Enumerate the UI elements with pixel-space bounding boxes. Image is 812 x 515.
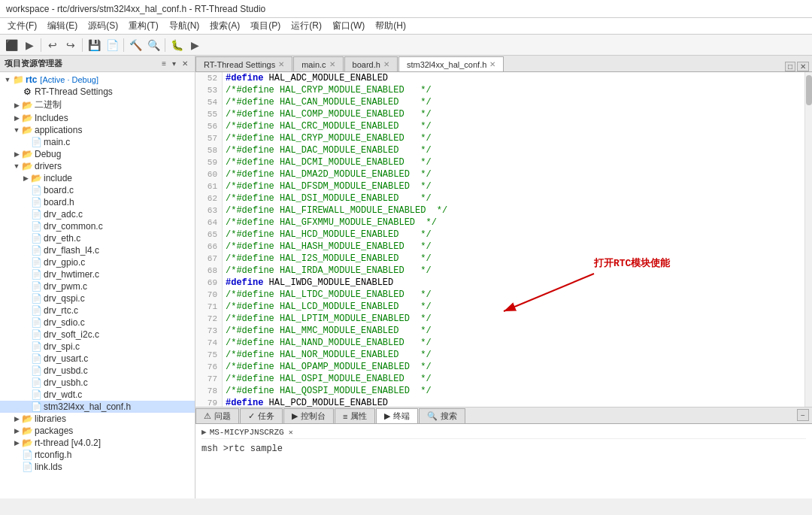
tree-icon: 📄 [30,329,42,340]
terminal-content[interactable]: ▶ MS-MICYPJNSCRZG ✕ msh >rtc sample [195,424,812,498]
menu-item-重构(T)[interactable]: 重构(T) [124,18,162,34]
tree-label-drv-pwm-c: drv_pwm.c [44,281,87,292]
editor-tab-close-btn[interactable]: ✕ [329,60,335,68]
tree-item-drv-pwm-c[interactable]: 📄drv_pwm.c [0,280,195,292]
tree-item-applications[interactable]: ▼📂applications [0,124,195,136]
tree-item-drv-gpio-c[interactable]: 📄drv_gpio.c [0,256,195,268]
menu-item-文件(F)[interactable]: 文件(F) [3,18,41,34]
toolbar-btn-8[interactable]: 🔍 [145,37,162,53]
tree-item-includes[interactable]: ▶📂Includes [0,112,195,124]
define-keyword: #define [226,277,263,289]
editor-minimize-btn[interactable]: □ [785,62,795,71]
code-line-53: /*#define HAL_CRYP_MODULE_ENABLED */ [226,84,801,96]
toolbar-sep-4 [165,38,165,52]
editor-tab-stm32l4xx-hal-conf-h[interactable]: stm32l4xx_hal_conf.h✕ [398,56,504,71]
tree-item-board-h[interactable]: 📄board.h [0,196,195,208]
tree-label-rtconfig-h: rtconfig.h [35,450,71,460]
tree-item-debug[interactable]: ▶📂Debug [0,148,195,160]
menu-item-窗口(W)[interactable]: 窗口(W) [328,18,369,34]
sidebar-close-btn[interactable]: ✕ [180,59,190,68]
menu-item-编辑(E)[interactable]: 编辑(E) [43,18,82,34]
tree-item-link-lds[interactable]: 📄link.lds [0,461,195,473]
tree-item-drv-qspi-c[interactable]: 📄drv_qspi.c [0,292,195,304]
toolbar-btn-3[interactable]: ↩ [44,37,61,53]
tree-item-binaries[interactable]: ▶📂二进制 [0,98,195,112]
editor-tab-close-btn[interactable]: ✕ [489,60,495,68]
code-area[interactable]: 打开RTC模块使能 #define HAL_ADC_MODULE_ENABLE [223,72,804,407]
menu-item-项目(P)[interactable]: 项目(P) [246,18,285,34]
bottom-tab-属性[interactable]: ≡属性 [335,408,375,423]
menu-item-运行(R)[interactable]: 运行(R) [286,18,326,34]
toolbar-btn-4[interactable]: ↪ [62,37,79,53]
tree-item-drv-usbh-c[interactable]: 📄drv_usbh.c [0,377,195,389]
tree-icon: 📄 [30,269,42,280]
tree-item-drv-usbd-c[interactable]: 📄drv_usbd.c [0,365,195,377]
code-line-61: /*#define HAL_DFSDM_MODULE_ENABLED */ [226,180,801,192]
tree-item-drv-adc-c[interactable]: 📄drv_adc.c [0,208,195,220]
menu-item-帮助(H)[interactable]: 帮助(H) [371,18,411,34]
tree-item-drv-spi-c[interactable]: 📄drv_spi.c [0,341,195,353]
editor-tab-board-h[interactable]: board.h✕ [344,56,398,71]
tree-item-packages[interactable]: ▶📂packages [0,425,195,437]
code-line-76: /*#define HAL_OPAMP_MODULE_ENABLED */ [226,361,801,373]
tree-item-drv-hwtimer-c[interactable]: 📄drv_hwtimer.c [0,268,195,280]
sidebar-header: 项目资源管理器 ≡ ▾ ✕ [0,56,195,72]
tree-item-rtc[interactable]: ▼📁rtc[Active · Debug] [0,74,195,86]
tree-item-rt-thread[interactable]: ▶📂rt-thread [v4.0.2] [0,437,195,449]
bottom-tab-终端[interactable]: ▶终端 [376,408,418,423]
editor-tab-close-btn[interactable]: ✕ [383,60,389,68]
terminal-session-bar: ▶ MS-MICYPJNSCRZG ✕ [201,427,806,439]
tree-item-drv-rtc-c[interactable]: 📄drv_rtc.c [0,304,195,317]
code-line-54: /*#define HAL_CAN_MODULE_ENABLED */ [226,96,801,108]
menu-item-搜索(A)[interactable]: 搜索(A) [205,18,244,34]
sidebar-menu-btn[interactable]: ▾ [170,59,178,68]
tree-item-rt-thread-settings[interactable]: ⚙RT-Thread Settings [0,86,195,98]
tree-item-board-c[interactable]: 📄board.c [0,184,195,196]
editor-close-btn[interactable]: ✕ [797,62,809,71]
tree-item-drv-wdt-c[interactable]: 📄drv_wdt.c [0,389,195,401]
bottom-panel-minimize[interactable]: − [797,409,809,421]
tree-icon: 📄 [30,317,42,328]
tree-item-stm32l4xx-hal-conf-h[interactable]: 📄stm32l4xx_hal_conf.h [0,401,195,413]
bottom-tab-搜索[interactable]: 🔍搜索 [419,408,465,423]
code-line-63: /*#define HAL_FIREWALL_MODULE_ENABLED */ [226,204,801,217]
tree-item-drv-eth-c[interactable]: 📄drv_eth.c [0,232,195,244]
toolbar-btn-5[interactable]: 💾 [86,37,102,53]
tree-item-drv-soft-i2c-c[interactable]: 📄drv_soft_i2c.c [0,329,195,341]
toolbar-btn-1[interactable]: ⬛ [3,37,20,53]
toolbar-btn-6[interactable]: 📄 [104,37,120,53]
toolbar-btn-run[interactable]: ▶ [186,37,203,53]
line-number-69: 69 [195,277,222,289]
editor-tab-RT-Thread-Settings[interactable]: RT-Thread Settings✕ [195,56,292,71]
code-line-72: /*#define HAL_LPTIM_MODULE_ENABLED */ [226,313,801,325]
menu-item-源码(S)[interactable]: 源码(S) [83,18,123,34]
tree-item-include[interactable]: ▶📂include [0,172,195,184]
code-line-74: /*#define HAL_NAND_MODULE_ENABLED */ [226,337,801,349]
tree-item-libraries[interactable]: ▶📂libraries [0,413,195,425]
line-number-62: 62 [195,192,222,204]
bottom-tab-icon: ≡ [343,412,347,421]
tree-label-drv-sdio-c: drv_sdio.c [44,317,85,328]
menu-item-导航(N)[interactable]: 导航(N) [165,18,205,34]
line-number-75: 75 [195,349,222,361]
line-number-63: 63 [195,204,222,217]
tree-item-drv-usart-c[interactable]: 📄drv_usart.c [0,353,195,365]
tree-item-main-c[interactable]: 📄main.c [0,136,195,148]
toolbar-btn-2[interactable]: ▶ [21,37,38,53]
editor-tab-close-btn[interactable]: ✕ [278,60,284,68]
editor-tab-main-c[interactable]: main.c✕ [293,56,343,71]
terminal-session-close[interactable]: ✕ [289,428,293,437]
sidebar-collapse-btn[interactable]: ≡ [159,59,168,68]
toolbar-btn-debug[interactable]: 🐛 [168,37,185,53]
bottom-tab-问题[interactable]: ⚠问题 [195,408,239,423]
tree-item-drv-sdio-c[interactable]: 📄drv_sdio.c [0,317,195,329]
comment-line: /*#define HAL_HCD_MODULE_ENABLED */ [226,229,432,241]
bottom-tab-任务[interactable]: ✓任务 [240,408,283,423]
toolbar-btn-7[interactable]: 🔨 [127,37,144,53]
tree-item-drivers[interactable]: ▼📂drivers [0,160,195,172]
tree-item-drv-common-c[interactable]: 📄drv_common.c [0,220,195,232]
tree-item-rtconfig-h[interactable]: 📄rtconfig.h [0,449,195,461]
bottom-tab-控制台[interactable]: ▶控制台 [283,408,334,423]
vertical-scrollbar[interactable] [804,72,812,407]
tree-item-drv-flash-l4-c[interactable]: 📄drv_flash_l4.c [0,244,195,256]
